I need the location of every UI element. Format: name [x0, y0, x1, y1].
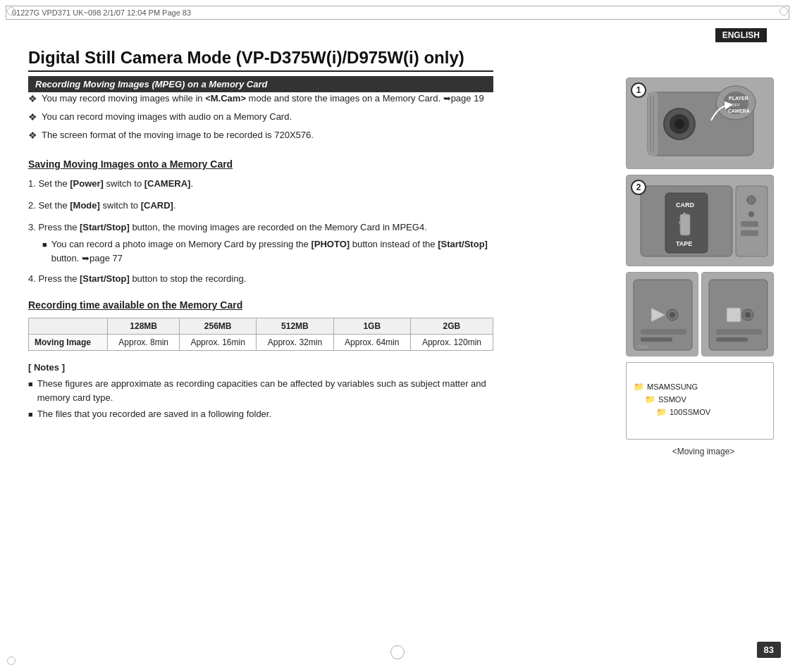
note-symbol-2: ■ [28, 409, 33, 421]
subsection1-heading: Saving Moving Images onto a Memory Card [28, 158, 493, 170]
step-2: 2. Set the [Mode] switch to [CARD]. [28, 199, 493, 213]
title-divider [28, 70, 493, 72]
table-cell-2gb: Approx. 120min [410, 335, 493, 351]
file-tree-root: 📁 MSAMSSUNG [634, 382, 766, 392]
table-header-empty [29, 318, 108, 335]
svg-rect-18 [680, 214, 690, 235]
table-header-512mb: 512MB [257, 318, 333, 335]
table-header-256mb: 256MB [179, 318, 256, 335]
page-number: 83 [757, 642, 781, 658]
subsection2-heading: Recording time available on the Memory C… [28, 299, 493, 311]
camera-image-4: 4 [701, 272, 774, 356]
recording-table: 128MB 256MB 512MB 1GB 2GB Moving Image A… [28, 318, 493, 351]
svg-rect-35 [727, 308, 741, 322]
camera-image-3: 3 CHG [626, 272, 698, 356]
svg-rect-24 [741, 230, 758, 236]
file-tree-box: 📁 MSAMSSUNG 📁 SSMOV 📁 100SSMOV [626, 362, 774, 440]
page-title: Digital Still Camera Mode (VP-D375W(i)/D… [28, 48, 464, 68]
svg-rect-38 [716, 329, 762, 335]
step-circle-2: 2 [631, 180, 646, 195]
file-tree-child1: 📁 SSMOV [645, 394, 766, 404]
svg-text:TAPE: TAPE [676, 240, 692, 247]
note-2: ■ The files that you recorded are saved … [28, 407, 493, 421]
content-area: ❖ You may record moving images while in … [28, 92, 493, 424]
note-symbol-1: ■ [28, 378, 33, 390]
folder-icon-root: 📁 [634, 382, 644, 392]
svg-rect-23 [741, 221, 758, 227]
table-header-128mb: 128MB [108, 318, 180, 335]
step-circle-1: 1 [631, 82, 646, 98]
svg-text:CARD: CARD [676, 201, 694, 209]
bullet-symbol-2: ❖ [28, 110, 37, 125]
sub-note-3: ■ You can record a photo image on Memory… [42, 237, 493, 265]
svg-rect-10 [648, 92, 658, 156]
sub-note-symbol: ■ [42, 239, 47, 251]
svg-text:CAMERA: CAMERA [728, 108, 750, 113]
notes-title: [ Notes ] [28, 362, 493, 373]
svg-point-37 [745, 312, 751, 318]
svg-text:OFF: OFF [732, 103, 740, 107]
bullet-2: ❖ You can record moving images with audi… [28, 110, 493, 125]
svg-rect-39 [716, 337, 748, 342]
folder-icon-child1: 📁 [645, 394, 655, 404]
bullet-3: ❖ The screen format of the moving image … [28, 128, 493, 143]
note-1: ■ These figures are approximate as recor… [28, 377, 493, 404]
corner-mark-tl [7, 7, 16, 15]
table-cell-1gb: Approx. 64min [333, 335, 410, 351]
svg-text:PLAYER: PLAYER [729, 96, 748, 101]
svg-text:CHG: CHG [637, 344, 648, 349]
table-cell-128mb: Approx. 8min [108, 335, 180, 351]
svg-point-29 [670, 312, 675, 318]
bottom-center-mark [390, 645, 405, 659]
file-tree-child2: 📁 100SSMOV [656, 407, 766, 417]
header-bar: 01227G VPD371 UK~098 2/1/07 12:04 PM Pag… [6, 6, 789, 20]
svg-point-21 [747, 196, 756, 204]
table-row: Moving Image Approx. 8min Approx. 16min … [29, 335, 493, 351]
moving-image-caption: <Moving image> [626, 447, 781, 456]
corner-mark-tr [779, 7, 788, 15]
bullet-symbol-1: ❖ [28, 92, 37, 106]
camera-images-34: 3 CHG 4 [626, 272, 774, 356]
step-1: 1. Set the [Power] switch to [CAMERA]. [28, 177, 493, 192]
svg-point-9 [674, 119, 684, 129]
table-header-2gb: 2GB [410, 318, 493, 335]
folder-icon-child2: 📁 [656, 407, 667, 417]
step-3: 3. Press the [Start/Stop] button, the mo… [28, 220, 493, 266]
camera-image-2: 2 CARD TAPE [626, 175, 774, 266]
right-panel: 1 PLAYER OFF CAMERA [626, 77, 781, 456]
svg-rect-31 [641, 337, 672, 342]
camera-image-1: 1 PLAYER OFF CAMERA [626, 77, 774, 169]
table-cell-512mb: Approx. 32min [257, 335, 333, 351]
svg-rect-30 [641, 329, 686, 335]
table-header-1gb: 1GB [333, 318, 410, 335]
bullet-1: ❖ You may record moving images while in … [28, 92, 493, 106]
svg-point-22 [748, 211, 754, 217]
corner-mark-bl [7, 657, 16, 665]
table-cell-256mb: Approx. 16min [179, 335, 256, 351]
section-header: Recording Moving Images (MPEG) on a Memo… [28, 76, 493, 92]
notes-section: [ Notes ] ■ These figures are approximat… [28, 362, 493, 421]
file-info-text: 01227G VPD371 UK~098 2/1/07 12:04 PM Pag… [12, 8, 191, 17]
english-badge: ENGLISH [715, 28, 767, 42]
step-4: 4. Press the [Start/Stop] button to stop… [28, 272, 493, 287]
table-row-label: Moving Image [29, 335, 108, 351]
bullet-symbol-3: ❖ [28, 128, 37, 143]
